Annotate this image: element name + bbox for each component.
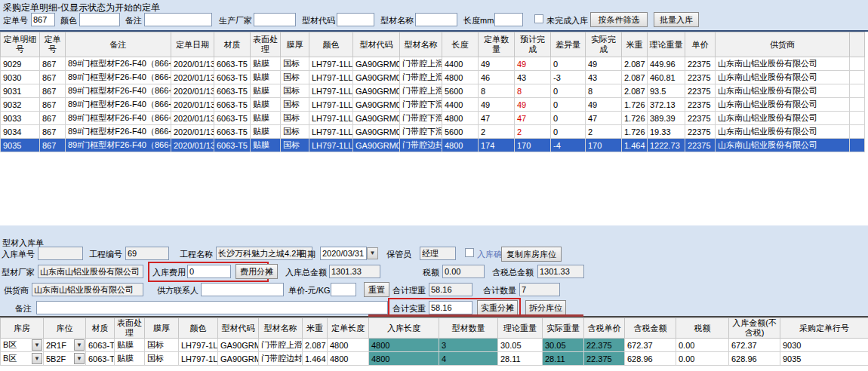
filter-by-condition-button[interactable]: 按条件筛选 xyxy=(590,12,648,27)
order-cell: 4800 xyxy=(442,71,479,84)
inbound-col-header-6[interactable]: 型材代码 xyxy=(218,318,259,339)
order-cell: 国标 xyxy=(281,112,309,125)
inbound-col-header-5[interactable]: 颜色 xyxy=(179,318,218,339)
orders-col-header-15[interactable]: 米重 xyxy=(622,32,648,57)
inbound-col-header-15[interactable]: 含税金额 xyxy=(625,318,676,339)
order-row-9030[interactable]: 903086789#门框型材F26-F40（866+867）2020/01/13… xyxy=(1,71,865,84)
tax-field[interactable] xyxy=(442,265,485,278)
inbound-col-header-10[interactable]: 入库长度 xyxy=(369,318,439,339)
orders-col-header-6[interactable]: 膜厚 xyxy=(281,32,309,57)
orders-col-header-5[interactable]: 表面处理 xyxy=(251,32,281,57)
fee-allocate-button[interactable]: 费用分摊 xyxy=(235,264,278,279)
order-cell: 门带腔上滑 xyxy=(400,71,442,84)
inbound-col-header-4[interactable]: 膜厚 xyxy=(145,318,179,339)
order-row-9031[interactable]: 903186789#门框型材F26-F40（866+867）2020/01/13… xyxy=(1,84,865,98)
inbound-col-header-16[interactable]: 税额 xyxy=(676,318,729,339)
orders-col-header-9[interactable]: 型材名称 xyxy=(400,32,442,57)
inbound-col-header-0[interactable]: 库房 xyxy=(1,318,44,339)
orders-col-header-2[interactable]: 备注 xyxy=(66,32,171,57)
actual-weight-field[interactable] xyxy=(429,301,472,314)
remark-field[interactable] xyxy=(36,301,388,314)
orders-col-header-17[interactable]: 单价 xyxy=(685,32,716,57)
order-row-9034[interactable]: 903486789#门框型材F26-F40（866+867）2020/01/13… xyxy=(1,125,865,139)
inbound-col-header-11[interactable]: 型材数量 xyxy=(439,318,498,339)
theory-weight-field[interactable] xyxy=(429,283,472,296)
inbound-col-header-3[interactable]: 表面处理 xyxy=(115,318,145,339)
inbound-col-header-2[interactable]: 材质 xyxy=(86,318,115,339)
order-row-9032[interactable]: 903286789#门框型材F26-F40（866+867）2020/01/13… xyxy=(1,98,865,112)
filter-input-profile-code[interactable] xyxy=(337,13,374,26)
inbound-cell: LH797-1LL0 xyxy=(179,352,218,366)
order-cell: 89#门框型材F26-F40（866+867） xyxy=(66,84,171,98)
order-row-9029[interactable]: 902986789#门框型材F26-F40（866+867）2020/01/13… xyxy=(1,57,865,71)
inbound-col-header-14[interactable]: 含税单价 xyxy=(584,318,625,339)
batch-inbound-button[interactable]: 批量入库 xyxy=(654,12,699,27)
filter-input-remark[interactable] xyxy=(144,13,212,26)
inbound-col-header-9[interactable]: 定单长度 xyxy=(328,318,369,339)
dropdown-arrow-icon[interactable]: ▼ xyxy=(32,353,42,364)
date-dropdown-icon[interactable]: ▼ xyxy=(367,247,378,259)
inbound-col-header-13[interactable]: 实际重量 xyxy=(543,318,584,339)
supplier-contact-field[interactable] xyxy=(201,283,284,296)
orders-col-header-7[interactable]: 颜色 xyxy=(309,32,353,57)
filter-input-order-no[interactable] xyxy=(31,13,55,26)
date-field[interactable] xyxy=(320,247,367,260)
inbound-cell: 0.00 xyxy=(676,352,729,366)
order-cell: 49 xyxy=(586,57,622,71)
orders-col-header-12[interactable]: 预计完成 xyxy=(515,32,551,57)
orders-col-header-0[interactable]: 定单明细号 xyxy=(1,32,40,57)
inbound-col-header-17[interactable]: 入库金额(不含税) xyxy=(729,318,780,339)
inbound-no-field[interactable] xyxy=(38,247,83,260)
keeper-field[interactable] xyxy=(420,247,456,260)
orders-col-header-4[interactable]: 材质 xyxy=(214,32,251,57)
unit-price-field[interactable] xyxy=(331,283,356,296)
orders-col-header-13[interactable]: 差异量 xyxy=(551,32,586,57)
dropdown-arrow-icon[interactable]: ▼ xyxy=(74,353,85,364)
order-cell: 22375 xyxy=(685,98,716,112)
filter-input-length[interactable] xyxy=(494,13,523,26)
project-no-field[interactable] xyxy=(125,247,169,260)
filter-input-color[interactable] xyxy=(79,13,120,26)
filter-input-manufacturer[interactable] xyxy=(254,13,296,26)
inbound-col-header-18[interactable]: 采购定单行号 xyxy=(780,318,868,339)
orders-col-header-1[interactable]: 定单号 xyxy=(40,32,66,57)
project-name-field[interactable] xyxy=(216,247,312,260)
order-cell: 门带腔上滑 xyxy=(400,84,442,98)
order-cell: 门带腔上滑 xyxy=(400,57,442,71)
split-location-button[interactable]: 拆分库位 xyxy=(525,300,566,315)
orders-col-header-extra xyxy=(850,32,865,57)
inbound-cell: B区▼ xyxy=(1,352,44,366)
order-row-9035[interactable]: 903586789#门框型材F26-F40（866+867）2020/01/13… xyxy=(1,139,865,152)
inbound-col-header-1[interactable]: 库位 xyxy=(44,318,86,339)
inbound-col-header-8[interactable]: 米重 xyxy=(303,318,328,339)
inbound-cell: 4800 xyxy=(328,339,369,352)
supplier-field[interactable] xyxy=(32,283,143,296)
total-amount-field[interactable] xyxy=(329,265,380,278)
inbound-row[interactable]: B区▼5B2F▼6063-T5贴膜国标LH797-1LL0GA90GRM05门带… xyxy=(1,352,868,366)
incomplete-inbound-checkbox[interactable] xyxy=(534,14,543,23)
inbound-fee-field[interactable] xyxy=(187,265,231,278)
order-cell: 0 xyxy=(551,125,586,139)
filter-input-profile-name[interactable] xyxy=(415,13,457,26)
inbound-col-header-12[interactable]: 理论重量 xyxy=(498,318,543,339)
order-cell: 4400 xyxy=(442,57,479,71)
orders-col-header-3[interactable]: 定单日期 xyxy=(171,32,214,57)
inbound-row[interactable]: B区▼2R1F▼6063-T5贴膜国标LH797-1LL0GA90GRM03门带… xyxy=(1,339,868,352)
profile-factory-field[interactable] xyxy=(38,265,143,278)
orders-col-header-16[interactable]: 理论重量 xyxy=(648,32,685,57)
orders-col-header-11[interactable]: 定单数量 xyxy=(479,32,515,57)
orders-col-header-8[interactable]: 型材代码 xyxy=(353,32,400,57)
copy-warehouse-button[interactable]: 复制库房库位 xyxy=(501,247,562,262)
tax-total-field[interactable] xyxy=(537,265,584,278)
orders-col-header-14[interactable]: 实际完成 xyxy=(586,32,622,57)
orders-col-header-10[interactable]: 长度 xyxy=(442,32,479,57)
orders-col-header-18[interactable]: 供货商 xyxy=(716,32,850,57)
inbound-confirm-checkbox[interactable] xyxy=(465,248,474,257)
inbound-col-header-7[interactable]: 型材名称 xyxy=(259,318,303,339)
total-qty-field[interactable] xyxy=(519,283,560,296)
dropdown-arrow-icon[interactable]: ▼ xyxy=(32,339,42,351)
actual-weight-allocate-button[interactable]: 实重分摊 xyxy=(477,300,518,315)
order-row-9033[interactable]: 903386789#门框型材F26-F40（866+867）2020/01/13… xyxy=(1,112,865,125)
dropdown-arrow-icon[interactable]: ▼ xyxy=(74,339,85,351)
reset-button[interactable]: 重置 xyxy=(364,282,389,297)
